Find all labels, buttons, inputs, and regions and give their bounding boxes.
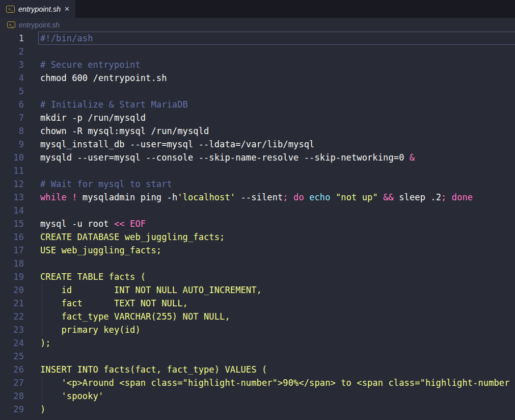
- code-text: USE web_juggling_facts;: [24, 244, 161, 257]
- vscode-window: >_ entrypoint.sh ✕ >_ entrypoint.sh 1#!/…: [0, 0, 515, 420]
- code-line[interactable]: 21 fact TEXT NOT NULL,: [0, 297, 515, 310]
- code-line[interactable]: 28 'spooky': [0, 389, 515, 403]
- line-number[interactable]: 20: [0, 283, 24, 297]
- indent-guide: [42, 310, 42, 323]
- code-text: mysql_install_db --user=mysql --ldata=/v…: [24, 138, 314, 151]
- indent-guide: [42, 297, 42, 310]
- code-text: while ! mysqladmin ping -h'localhost' --…: [24, 191, 473, 204]
- code-text: '<p>Around <span class="highlight-number…: [24, 376, 510, 389]
- code-line[interactable]: 25: [0, 350, 515, 363]
- code-line[interactable]: 4chmod 600 /entrypoint.sh: [0, 71, 515, 85]
- line-number[interactable]: 28: [0, 389, 24, 403]
- line-number[interactable]: 27: [0, 376, 24, 389]
- code-line[interactable]: 14: [0, 204, 515, 217]
- code-line[interactable]: 5: [0, 85, 515, 98]
- code-line[interactable]: 8chown -R mysql:mysql /run/mysqld: [0, 124, 515, 138]
- line-number[interactable]: 5: [0, 85, 24, 98]
- code-text: CREATE DATABASE web_juggling_facts;: [24, 230, 225, 244]
- code-line[interactable]: 12# Wait for mysql to start: [0, 177, 515, 191]
- terminal-file-icon: >_: [7, 21, 15, 28]
- line-number[interactable]: 15: [0, 217, 24, 230]
- line-number[interactable]: 1: [0, 32, 24, 45]
- tab-close-icon[interactable]: ✕: [63, 5, 71, 13]
- line-number[interactable]: 26: [0, 363, 24, 376]
- line-number[interactable]: 9: [0, 138, 24, 151]
- line-number[interactable]: 16: [0, 230, 24, 244]
- code-line[interactable]: 3# Secure entrypoint: [0, 58, 515, 71]
- code-line[interactable]: 17USE web_juggling_facts;: [0, 244, 515, 257]
- code-line[interactable]: 24);: [0, 336, 515, 350]
- code-text: #!/bin/ash: [24, 32, 93, 45]
- code-text: id INT NOT NULL AUTO_INCREMENT,: [24, 283, 262, 297]
- code-text: # Initialize & Start MariaDB: [24, 98, 188, 111]
- code-line[interactable]: 7mkdir -p /run/mysqld: [0, 111, 515, 124]
- code-text: fact_type VARCHAR(255) NOT NULL,: [24, 310, 230, 323]
- indent-guide: [42, 283, 42, 297]
- code-line[interactable]: 15mysql -u root << EOF: [0, 217, 515, 230]
- line-number[interactable]: 3: [0, 58, 24, 71]
- line-number[interactable]: 25: [0, 350, 24, 363]
- code-text: mysqld --user=mysql --console --skip-nam…: [24, 151, 415, 164]
- line-number[interactable]: 24: [0, 336, 24, 350]
- code-line[interactable]: 16CREATE DATABASE web_juggling_facts;: [0, 230, 515, 244]
- line-number[interactable]: 19: [0, 270, 24, 283]
- code-text: 'spooky': [24, 389, 103, 403]
- line-number[interactable]: 18: [0, 257, 24, 270]
- code-text: INSERT INTO facts(fact, fact_type) VALUE…: [24, 363, 267, 376]
- code-line[interactable]: 27 '<p>Around <span class="highlight-num…: [0, 376, 515, 389]
- code-line[interactable]: 9mysql_install_db --user=mysql --ldata=/…: [0, 138, 515, 151]
- code-text: # Secure entrypoint: [24, 58, 141, 71]
- breadcrumb: >_ entrypoint.sh: [0, 18, 515, 32]
- code-line[interactable]: 6# Initialize & Start MariaDB: [0, 98, 515, 111]
- code-line[interactable]: 29): [0, 403, 515, 416]
- code-editor[interactable]: 1#!/bin/ash23# Secure entrypoint4chmod 6…: [0, 32, 515, 420]
- code-text: mysql -u root << EOF: [24, 217, 146, 230]
- line-number[interactable]: 23: [0, 323, 24, 336]
- line-number[interactable]: 13: [0, 191, 24, 204]
- code-line[interactable]: 2: [0, 45, 515, 58]
- line-number[interactable]: 10: [0, 151, 24, 164]
- code-text: ): [24, 403, 45, 416]
- code-text: );: [24, 336, 51, 350]
- code-text: fact TEXT NOT NULL,: [24, 297, 188, 310]
- code-line[interactable]: 11: [0, 164, 515, 177]
- tab-entrypoint-sh[interactable]: >_ entrypoint.sh ✕: [0, 0, 75, 18]
- code-line[interactable]: 19CREATE TABLE facts (: [0, 270, 515, 283]
- line-number[interactable]: 7: [0, 111, 24, 124]
- line-number[interactable]: 14: [0, 204, 24, 217]
- line-number[interactable]: 22: [0, 310, 24, 323]
- indent-guide: [42, 389, 42, 403]
- line-number[interactable]: 4: [0, 71, 24, 85]
- line-number[interactable]: 2: [0, 45, 24, 58]
- tab-label: entrypoint.sh: [18, 5, 63, 13]
- indent-guide: [42, 323, 42, 336]
- code-text: chown -R mysql:mysql /run/mysqld: [24, 124, 209, 138]
- code-line[interactable]: 23 primary key(id): [0, 323, 515, 336]
- code-line[interactable]: 22 fact_type VARCHAR(255) NOT NULL,: [0, 310, 515, 323]
- editor-tab-bar: >_ entrypoint.sh ✕: [0, 0, 515, 18]
- code-text: CREATE TABLE facts (: [24, 270, 146, 283]
- breadcrumb-item-filename[interactable]: entrypoint.sh: [19, 21, 60, 29]
- code-line[interactable]: 18: [0, 257, 515, 270]
- line-number[interactable]: 6: [0, 98, 24, 111]
- code-line[interactable]: 1#!/bin/ash: [0, 32, 515, 45]
- code-line[interactable]: 26INSERT INTO facts(fact, fact_type) VAL…: [0, 363, 515, 376]
- code-text: # Wait for mysql to start: [24, 177, 172, 191]
- terminal-file-icon: >_: [6, 6, 15, 13]
- line-number[interactable]: 21: [0, 297, 24, 310]
- line-number[interactable]: 12: [0, 177, 24, 191]
- code-line[interactable]: 20 id INT NOT NULL AUTO_INCREMENT,: [0, 283, 515, 297]
- line-number[interactable]: 8: [0, 124, 24, 138]
- indent-guide: [42, 376, 42, 389]
- code-text: mkdir -p /run/mysqld: [24, 111, 146, 124]
- line-number[interactable]: 11: [0, 164, 24, 177]
- terminal-icon-glyph: >_: [8, 7, 12, 11]
- code-text: chmod 600 /entrypoint.sh: [24, 71, 167, 85]
- line-number[interactable]: 17: [0, 244, 24, 257]
- terminal-icon-glyph: >_: [9, 22, 13, 27]
- code-line[interactable]: 13while ! mysqladmin ping -h'localhost' …: [0, 191, 515, 204]
- current-line-highlight: [38, 32, 515, 45]
- code-line[interactable]: 10mysqld --user=mysql --console --skip-n…: [0, 151, 515, 164]
- line-number[interactable]: 29: [0, 403, 24, 416]
